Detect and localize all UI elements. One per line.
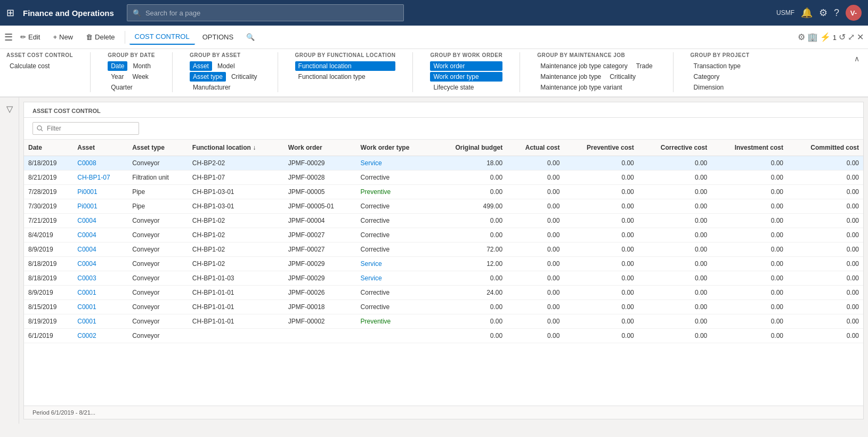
cell-asset-type: Pipe — [128, 199, 188, 214]
col-investment-cost[interactable]: Investment cost — [711, 140, 788, 156]
date-item[interactable]: Date — [108, 61, 127, 71]
mj-criticality-item[interactable]: Criticality — [606, 72, 639, 82]
hamburger-icon[interactable]: ☰ — [4, 31, 13, 43]
cell-functional-location: CH-BP1-01-01 — [188, 286, 284, 300]
col-work-order-type[interactable]: Work order type — [356, 140, 433, 156]
col-date[interactable]: Date — [24, 140, 73, 156]
cell-committed-cost: 0.00 — [788, 171, 863, 185]
model-item[interactable]: Model — [214, 61, 238, 71]
help-icon[interactable]: ? — [834, 7, 839, 19]
asset-item[interactable]: Asset — [190, 61, 212, 71]
cell-corrective-cost: 0.00 — [638, 156, 711, 171]
col-work-order[interactable]: Work order — [284, 140, 356, 156]
table-row[interactable]: 6/1/2019 C0002 Conveyor 0.00 0.00 0.00 0… — [24, 329, 863, 343]
mj-category-item[interactable]: Maintenance job type category — [537, 61, 630, 71]
table-row[interactable]: 8/4/2019 C0004 Conveyor CH-BP1-02 JPMF-0… — [24, 228, 863, 242]
lightning-icon[interactable]: ⚡ — [820, 33, 831, 42]
col-asset-type[interactable]: Asset type — [128, 140, 188, 156]
col-committed-cost[interactable]: Committed cost — [788, 140, 863, 156]
table-row[interactable]: 8/18/2019 C0004 Conveyor CH-BP1-02 JPMF-… — [24, 257, 863, 271]
table-container[interactable]: Date Asset Asset type Functional locatio… — [24, 140, 863, 406]
filter-sidebar-icon[interactable]: ▽ — [6, 104, 13, 114]
quarter-item[interactable]: Quarter — [108, 83, 155, 92]
functional-location-type-item[interactable]: Functional location type — [295, 72, 396, 82]
cell-corrective-cost: 0.00 — [638, 214, 711, 228]
cell-committed-cost: 0.00 — [788, 185, 863, 199]
maximize-icon[interactable]: ⤢ — [848, 32, 855, 42]
settings2-icon[interactable]: ⚙ — [798, 32, 805, 42]
cell-investment-cost: 0.00 — [711, 156, 788, 171]
year-item[interactable]: Year — [108, 72, 127, 82]
close-icon[interactable]: ✕ — [857, 32, 864, 42]
cell-date: 8/18/2019 — [24, 156, 73, 171]
refresh-icon[interactable]: ↺ — [839, 32, 846, 42]
cell-investment-cost: 0.00 — [711, 185, 788, 199]
table-row[interactable]: 8/18/2019 C0003 Conveyor CH-BP1-01-03 JP… — [24, 271, 863, 286]
cell-work-order-type: Service — [356, 257, 433, 271]
col-functional-location[interactable]: Functional location ↓ — [188, 140, 284, 156]
search-ribbon-button[interactable]: 🔍 — [241, 30, 260, 44]
cell-functional-location: CH-BP1-02 — [188, 242, 284, 257]
col-corrective-cost[interactable]: Corrective cost — [638, 140, 711, 156]
mj-type-item[interactable]: Maintenance job type — [537, 72, 604, 82]
col-actual-cost[interactable]: Actual cost — [507, 140, 564, 156]
notification-icon[interactable]: 🔔 — [801, 7, 813, 19]
col-original-budget[interactable]: Original budget — [433, 140, 507, 156]
lifecycle-state-item[interactable]: Lifecycle state — [430, 83, 502, 92]
office-icon[interactable]: 🏢 — [807, 32, 818, 42]
manufacturer-item[interactable]: Manufacturer — [190, 83, 261, 92]
table-row[interactable]: 8/21/2019 CH-BP1-07 Filtration unit CH-B… — [24, 171, 863, 185]
asset-type-item[interactable]: Asset type — [190, 72, 226, 82]
col-preventive-cost[interactable]: Preventive cost — [564, 140, 638, 156]
cell-asset: C0004 — [73, 257, 128, 271]
table-row[interactable]: 8/9/2019 C0001 Conveyor CH-BP1-01-01 JPM… — [24, 286, 863, 300]
dimension-item[interactable]: Dimension — [691, 83, 750, 92]
cell-asset-type: Conveyor — [128, 329, 188, 343]
category-item[interactable]: Category — [691, 72, 750, 82]
cell-date: 8/18/2019 — [24, 271, 73, 286]
user-avatar[interactable]: V- — [846, 5, 862, 21]
edit-button[interactable]: ✏ Edit — [15, 30, 45, 44]
cell-investment-cost: 0.00 — [711, 271, 788, 286]
settings-icon[interactable]: ⚙ — [819, 7, 828, 19]
edit-icon: ✏ — [20, 33, 26, 41]
cell-committed-cost: 0.00 — [788, 286, 863, 300]
cell-committed-cost: 0.00 — [788, 199, 863, 214]
cell-functional-location: CH-BP2-02 — [188, 156, 284, 171]
delete-button[interactable]: 🗑 Delete — [80, 30, 120, 44]
cost-control-tab[interactable]: COST CONTROL — [129, 29, 195, 45]
cell-committed-cost: 0.00 — [788, 314, 863, 329]
search-bar[interactable]: 🔍 — [127, 4, 404, 21]
table-row[interactable]: 8/15/2019 C0001 Conveyor CH-BP1-01-01 JP… — [24, 300, 863, 314]
trade-item[interactable]: Trade — [633, 61, 656, 71]
cell-original-budget: 24.00 — [433, 286, 507, 300]
table-row[interactable]: 8/19/2019 C0001 Conveyor CH-BP1-01-01 JP… — [24, 314, 863, 329]
options-tab[interactable]: OPTIONS — [197, 30, 239, 44]
new-button[interactable]: + New — [47, 30, 78, 44]
waffle-icon[interactable]: ⊞ — [6, 7, 14, 19]
filter-input[interactable] — [33, 122, 139, 135]
transaction-type-item[interactable]: Transaction type — [691, 61, 750, 71]
search-input[interactable] — [145, 9, 398, 17]
ribbon-collapse-button[interactable]: ∧ — [852, 52, 862, 65]
table-row[interactable]: 7/28/2019 Pi0001 Pipe CH-BP1-03-01 JPMF-… — [24, 185, 863, 199]
cell-work-order: JPMF-00027 — [284, 242, 356, 257]
app-title: Finance and Operations — [23, 9, 114, 18]
week-item[interactable]: Week — [129, 72, 151, 82]
table-row[interactable]: 8/18/2019 C0008 Conveyor CH-BP2-02 JPMF-… — [24, 156, 863, 171]
table-row[interactable]: 7/21/2019 C0004 Conveyor CH-BP1-02 JPMF-… — [24, 214, 863, 228]
cell-preventive-cost: 0.00 — [564, 242, 638, 257]
usmf-label: USMF — [776, 9, 794, 17]
criticality-item[interactable]: Criticality — [228, 72, 261, 82]
calculate-cost-item[interactable]: Calculate cost — [6, 61, 73, 71]
table-row[interactable]: 8/9/2019 C0004 Conveyor CH-BP1-02 JPMF-0… — [24, 242, 863, 257]
cell-work-order-type: Corrective — [356, 286, 433, 300]
table-row[interactable]: 7/30/2019 Pi0001 Pipe CH-BP1-03-01 JPMF-… — [24, 199, 863, 214]
col-asset[interactable]: Asset — [73, 140, 128, 156]
work-order-item[interactable]: Work order — [430, 61, 502, 71]
mj-variant-item[interactable]: Maintenance job type variant — [537, 83, 655, 92]
month-item[interactable]: Month — [129, 61, 153, 71]
functional-location-item[interactable]: Functional location — [295, 61, 396, 71]
cell-investment-cost: 0.00 — [711, 300, 788, 314]
work-order-type-item[interactable]: Work order type — [430, 72, 502, 82]
